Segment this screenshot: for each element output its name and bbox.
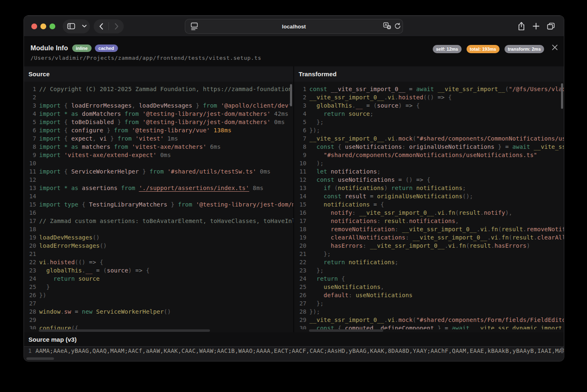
translate-icon[interactable] bbox=[383, 22, 391, 29]
timing-badge: self: 12ms bbox=[433, 45, 462, 53]
token bbox=[309, 201, 324, 208]
code-line: 21 }; bbox=[294, 250, 564, 258]
token: __vite_ssr_import_0__ bbox=[309, 135, 384, 142]
source-code[interactable]: 1// Copyright (C) 2012-2025 Zammad Found… bbox=[24, 82, 293, 329]
code-line: 7import { expect, vi } from 'vitest' 1ms bbox=[24, 134, 293, 143]
token: = bbox=[71, 308, 82, 315]
minimize-window-button[interactable] bbox=[40, 23, 46, 29]
module-link[interactable]: './support/assertions/index.ts' bbox=[139, 185, 250, 191]
token: { bbox=[342, 275, 345, 282]
code-text: if (notifications) return notifications; bbox=[309, 184, 466, 192]
close-icon[interactable] bbox=[552, 44, 558, 51]
token: { bbox=[338, 325, 345, 329]
token: 'vitest-axe/matchers' bbox=[132, 143, 206, 150]
line-number: 23 bbox=[294, 266, 306, 275]
line-number: 7 bbox=[24, 134, 36, 143]
timing-badge: transform: 2ms bbox=[504, 45, 544, 53]
code-text: __vite_ssr_import_0__.vi.mock("#shared/c… bbox=[309, 316, 564, 324]
token: from bbox=[125, 110, 142, 117]
sourcemap-line-number: 1 bbox=[24, 347, 32, 354]
token: from bbox=[203, 102, 221, 109]
token: (); bbox=[462, 193, 473, 200]
token: : bbox=[352, 209, 359, 216]
token bbox=[309, 185, 324, 191]
transformed-code[interactable]: 1const __vite_ssr_import_0__ = await __v… bbox=[294, 82, 564, 329]
tab-overview-icon[interactable] bbox=[547, 23, 555, 30]
token: { bbox=[96, 259, 103, 265]
token: }; bbox=[309, 300, 324, 307]
token: hasErrors bbox=[495, 242, 527, 249]
back-button[interactable] bbox=[94, 19, 108, 33]
token: window bbox=[39, 308, 61, 315]
module-file-path: /Users/vladimir/Projects/zammad/app/fron… bbox=[31, 55, 261, 61]
code-line: 7__vite_ssr_import_0__.vi.mock("#shared/… bbox=[294, 134, 564, 143]
token bbox=[309, 168, 316, 175]
code-line: 15import type { TestingLibraryMatchers }… bbox=[24, 200, 293, 209]
token: useNotifications bbox=[356, 292, 413, 298]
line-number: 12 bbox=[24, 176, 36, 184]
address-bar[interactable]: localhost bbox=[185, 19, 403, 34]
reload-icon[interactable] bbox=[394, 23, 401, 29]
forward-button[interactable] bbox=[109, 19, 124, 33]
token: fn bbox=[448, 209, 455, 216]
token: . bbox=[445, 242, 448, 249]
token: let bbox=[316, 168, 331, 175]
code-line: 30 const { computed, defineComponent } =… bbox=[294, 324, 564, 329]
code-text: }; bbox=[309, 266, 324, 275]
transformed-horizontal-scrollbar[interactable] bbox=[309, 329, 383, 332]
share-icon[interactable] bbox=[518, 22, 525, 31]
token: "/@fs/Users/vladimir/Projects/zammad/nod… bbox=[509, 86, 564, 92]
sourcemap-vertical-scrollbar[interactable] bbox=[561, 347, 563, 353]
token: 138ms bbox=[210, 127, 231, 134]
sourcemap-horizontal-scrollbar[interactable] bbox=[26, 357, 54, 360]
token: configure bbox=[39, 325, 71, 329]
line-number: 29 bbox=[294, 316, 306, 324]
zoom-window-button[interactable] bbox=[50, 23, 55, 29]
token: = bbox=[505, 143, 512, 150]
token: await bbox=[416, 86, 438, 92]
token: useNotifications bbox=[324, 284, 381, 290]
token: vi bbox=[438, 209, 445, 216]
source-vertical-scrollbar[interactable] bbox=[290, 84, 292, 106]
code-line: 14 bbox=[24, 192, 293, 200]
token: . bbox=[384, 317, 388, 323]
token: __vite_ssr_import__ bbox=[438, 86, 505, 92]
code-line: 26}) bbox=[24, 291, 293, 299]
token: . bbox=[352, 102, 356, 109]
sidebar-toggle-button[interactable] bbox=[63, 19, 79, 33]
code-line: 5 }; bbox=[294, 118, 564, 126]
code-text: removeNotification: __vite_ssr_import_0_… bbox=[309, 225, 564, 233]
module-badge: inline bbox=[72, 45, 92, 52]
token: } bbox=[39, 284, 50, 290]
code-text: // Zammad custom assertions: toBeAvatarE… bbox=[39, 217, 293, 225]
token: . bbox=[498, 234, 502, 241]
code-line: 28window.sw = new ServiceWorkerHelper() bbox=[24, 307, 293, 316]
code-text: const __vite_ssr_import_0__ = await __vi… bbox=[309, 85, 564, 93]
token: , bbox=[381, 284, 384, 290]
token: (() bbox=[75, 259, 89, 265]
token bbox=[309, 209, 331, 216]
code-line: 22vi.hoisted(() => { bbox=[24, 258, 293, 266]
close-window-button[interactable] bbox=[31, 23, 37, 29]
code-line: 2__vite_ssr_import_0__.vi.hoisted(() => … bbox=[294, 93, 564, 101]
new-tab-icon[interactable] bbox=[533, 23, 540, 30]
token: new bbox=[82, 308, 97, 315]
token: __vite_ssr_dynamic_import__ bbox=[473, 325, 564, 329]
code-line: 13 if (notifications) return notificatio… bbox=[294, 184, 564, 192]
line-number: 22 bbox=[24, 258, 36, 266]
token bbox=[309, 143, 316, 150]
token: ({ bbox=[71, 325, 78, 329]
token: ) bbox=[128, 267, 135, 274]
line-number: 28 bbox=[24, 307, 36, 316]
code-line: 8 const { useNotifications: originalUseN… bbox=[294, 143, 564, 151]
transformed-vertical-scrollbar[interactable] bbox=[561, 83, 563, 109]
code-text: import * as domMatchers from '@testing-l… bbox=[39, 110, 288, 118]
token: ( bbox=[498, 226, 502, 232]
token: }); bbox=[309, 308, 320, 315]
code-line: 12 bbox=[24, 176, 293, 184]
source-horizontal-scrollbar[interactable] bbox=[39, 329, 210, 332]
sidebar-menu-button[interactable] bbox=[79, 19, 89, 33]
token bbox=[309, 152, 324, 158]
token: loadErrorMessages bbox=[39, 242, 100, 249]
token: }) bbox=[39, 292, 46, 298]
